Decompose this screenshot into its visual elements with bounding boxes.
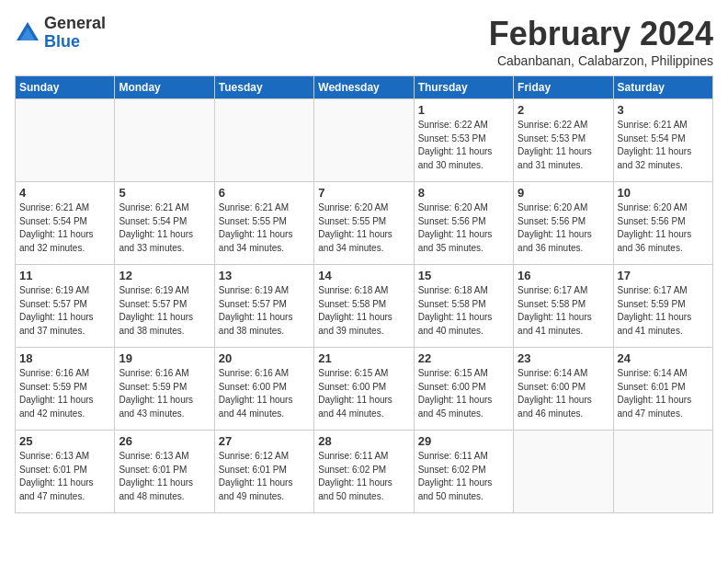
day-number: 20 [219, 351, 310, 365]
calendar-cell: 7Sunrise: 6:20 AM Sunset: 5:55 PM Daylig… [314, 182, 414, 265]
day-number: 3 [618, 103, 709, 117]
cell-info: Sunrise: 6:20 AM Sunset: 5:56 PM Dayligh… [618, 201, 709, 255]
calendar-cell: 3Sunrise: 6:21 AM Sunset: 5:54 PM Daylig… [613, 99, 712, 182]
day-number: 12 [119, 269, 210, 282]
calendar-cell: 11Sunrise: 6:19 AM Sunset: 5:57 PM Dayli… [16, 265, 115, 348]
cell-info: Sunrise: 6:13 AM Sunset: 6:01 PM Dayligh… [119, 450, 210, 503]
cell-info: Sunrise: 6:14 AM Sunset: 6:00 PM Dayligh… [518, 367, 609, 420]
cell-info: Sunrise: 6:16 AM Sunset: 5:59 PM Dayligh… [119, 367, 210, 420]
calendar-cell [613, 431, 712, 513]
calendar-cell [214, 99, 313, 182]
location-title: Cabanbanan, Calabarzon, Philippines [489, 53, 713, 68]
logo-blue: Blue [44, 33, 106, 52]
calendar-cell: 15Sunrise: 6:18 AM Sunset: 5:58 PM Dayli… [414, 265, 513, 348]
day-number: 7 [318, 186, 409, 200]
calendar-cell: 5Sunrise: 6:21 AM Sunset: 5:54 PM Daylig… [115, 182, 214, 265]
logo-general: General [44, 15, 106, 33]
logo: General Blue [15, 15, 106, 52]
day-number: 18 [19, 351, 110, 365]
calendar-cell: 21Sunrise: 6:15 AM Sunset: 6:00 PM Dayli… [314, 348, 414, 431]
day-number: 13 [219, 269, 310, 282]
day-number: 4 [19, 186, 110, 200]
cell-info: Sunrise: 6:13 AM Sunset: 6:01 PM Dayligh… [19, 450, 110, 503]
day-number: 10 [618, 186, 709, 200]
calendar-cell: 19Sunrise: 6:16 AM Sunset: 5:59 PM Dayli… [115, 348, 214, 431]
cell-info: Sunrise: 6:17 AM Sunset: 5:58 PM Dayligh… [518, 284, 609, 338]
day-number: 19 [119, 351, 210, 365]
cell-info: Sunrise: 6:21 AM Sunset: 5:55 PM Dayligh… [219, 201, 310, 255]
calendar-cell: 23Sunrise: 6:14 AM Sunset: 6:00 PM Dayli… [514, 348, 613, 431]
cell-info: Sunrise: 6:12 AM Sunset: 6:01 PM Dayligh… [219, 450, 310, 503]
day-header-tuesday: Tuesday [214, 76, 313, 99]
logo-icon [15, 20, 40, 46]
day-header-monday: Monday [115, 76, 214, 99]
header-row: SundayMondayTuesdayWednesdayThursdayFrid… [16, 76, 713, 99]
calendar-cell: 26Sunrise: 6:13 AM Sunset: 6:01 PM Dayli… [115, 431, 214, 513]
day-number: 16 [518, 269, 609, 282]
cell-info: Sunrise: 6:16 AM Sunset: 6:00 PM Dayligh… [219, 367, 310, 420]
logo-text: General Blue [44, 15, 106, 52]
week-row-4: 25Sunrise: 6:13 AM Sunset: 6:01 PM Dayli… [16, 431, 713, 513]
cell-info: Sunrise: 6:22 AM Sunset: 5:53 PM Dayligh… [518, 119, 609, 172]
cell-info: Sunrise: 6:11 AM Sunset: 6:02 PM Dayligh… [418, 450, 509, 503]
cell-info: Sunrise: 6:20 AM Sunset: 5:56 PM Dayligh… [418, 201, 509, 255]
cell-info: Sunrise: 6:11 AM Sunset: 6:02 PM Dayligh… [318, 450, 409, 503]
day-number: 21 [318, 351, 409, 365]
week-row-3: 18Sunrise: 6:16 AM Sunset: 5:59 PM Dayli… [16, 348, 713, 431]
calendar-cell: 9Sunrise: 6:20 AM Sunset: 5:56 PM Daylig… [514, 182, 613, 265]
day-number: 6 [219, 186, 310, 200]
week-row-1: 4Sunrise: 6:21 AM Sunset: 5:54 PM Daylig… [16, 182, 713, 265]
cell-info: Sunrise: 6:21 AM Sunset: 5:54 PM Dayligh… [618, 119, 709, 172]
cell-info: Sunrise: 6:19 AM Sunset: 5:57 PM Dayligh… [219, 284, 310, 338]
cell-info: Sunrise: 6:15 AM Sunset: 6:00 PM Dayligh… [318, 367, 409, 420]
title-area: February 2024 Cabanbanan, Calabarzon, Ph… [489, 15, 713, 68]
calendar-cell: 8Sunrise: 6:20 AM Sunset: 5:56 PM Daylig… [414, 182, 513, 265]
calendar-cell: 13Sunrise: 6:19 AM Sunset: 5:57 PM Dayli… [214, 265, 313, 348]
day-header-friday: Friday [514, 76, 613, 99]
calendar-cell: 2Sunrise: 6:22 AM Sunset: 5:53 PM Daylig… [514, 99, 613, 182]
calendar-cell [115, 99, 214, 182]
cell-info: Sunrise: 6:21 AM Sunset: 5:54 PM Dayligh… [119, 201, 210, 255]
calendar-cell: 12Sunrise: 6:19 AM Sunset: 5:57 PM Dayli… [115, 265, 214, 348]
day-number: 28 [318, 434, 409, 448]
calendar-cell [514, 431, 613, 513]
calendar-cell: 14Sunrise: 6:18 AM Sunset: 5:58 PM Dayli… [314, 265, 414, 348]
day-number: 15 [418, 269, 509, 282]
cell-info: Sunrise: 6:16 AM Sunset: 5:59 PM Dayligh… [19, 367, 110, 420]
day-number: 22 [418, 351, 509, 365]
day-number: 27 [219, 434, 310, 448]
cell-info: Sunrise: 6:19 AM Sunset: 5:57 PM Dayligh… [19, 284, 110, 338]
week-row-2: 11Sunrise: 6:19 AM Sunset: 5:57 PM Dayli… [16, 265, 713, 348]
cell-info: Sunrise: 6:15 AM Sunset: 6:00 PM Dayligh… [418, 367, 509, 420]
calendar-cell: 22Sunrise: 6:15 AM Sunset: 6:00 PM Dayli… [414, 348, 513, 431]
calendar-cell: 18Sunrise: 6:16 AM Sunset: 5:59 PM Dayli… [16, 348, 115, 431]
day-number: 23 [518, 351, 609, 365]
day-header-thursday: Thursday [414, 76, 513, 99]
calendar-cell: 25Sunrise: 6:13 AM Sunset: 6:01 PM Dayli… [16, 431, 115, 513]
week-row-0: 1Sunrise: 6:22 AM Sunset: 5:53 PM Daylig… [16, 99, 713, 182]
calendar-cell: 27Sunrise: 6:12 AM Sunset: 6:01 PM Dayli… [214, 431, 313, 513]
calendar-cell: 16Sunrise: 6:17 AM Sunset: 5:58 PM Dayli… [514, 265, 613, 348]
month-title: February 2024 [489, 15, 713, 53]
day-number: 24 [618, 351, 709, 365]
calendar-cell: 29Sunrise: 6:11 AM Sunset: 6:02 PM Dayli… [414, 431, 513, 513]
cell-info: Sunrise: 6:20 AM Sunset: 5:55 PM Dayligh… [318, 201, 409, 255]
day-header-wednesday: Wednesday [314, 76, 414, 99]
calendar-cell: 4Sunrise: 6:21 AM Sunset: 5:54 PM Daylig… [16, 182, 115, 265]
day-header-saturday: Saturday [613, 76, 712, 99]
day-header-sunday: Sunday [16, 76, 115, 99]
day-number: 26 [119, 434, 210, 448]
cell-info: Sunrise: 6:21 AM Sunset: 5:54 PM Dayligh… [19, 201, 110, 255]
day-number: 14 [318, 269, 409, 282]
day-number: 1 [418, 103, 509, 117]
calendar-table: SundayMondayTuesdayWednesdayThursdayFrid… [15, 75, 713, 513]
day-number: 29 [418, 434, 509, 448]
calendar-cell: 6Sunrise: 6:21 AM Sunset: 5:55 PM Daylig… [214, 182, 313, 265]
day-number: 9 [518, 186, 609, 200]
day-number: 5 [119, 186, 210, 200]
day-number: 2 [518, 103, 609, 117]
calendar-cell: 10Sunrise: 6:20 AM Sunset: 5:56 PM Dayli… [613, 182, 712, 265]
calendar-cell: 1Sunrise: 6:22 AM Sunset: 5:53 PM Daylig… [414, 99, 513, 182]
day-number: 25 [19, 434, 110, 448]
calendar-cell: 20Sunrise: 6:16 AM Sunset: 6:00 PM Dayli… [214, 348, 313, 431]
